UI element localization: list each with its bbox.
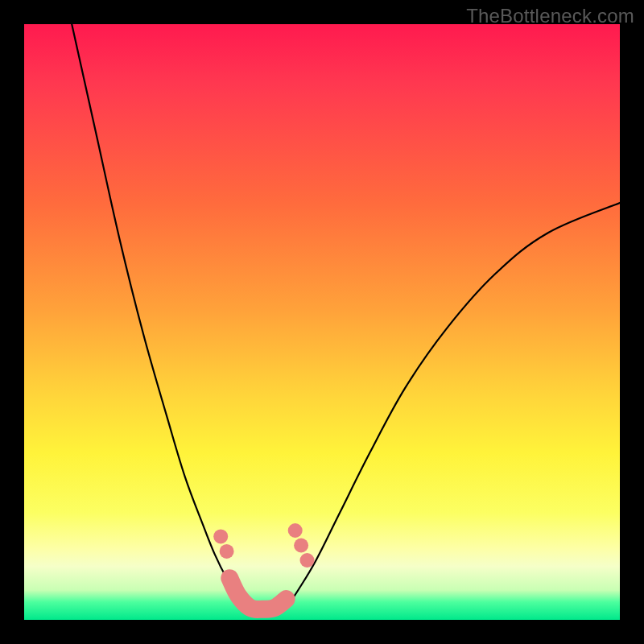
markers-group — [213, 523, 314, 568]
left-curve — [72, 24, 250, 608]
data-marker — [300, 553, 315, 568]
data-marker — [220, 544, 234, 559]
data-marker — [288, 523, 303, 538]
right-curve — [287, 203, 620, 608]
plot-area — [24, 24, 620, 620]
chart-frame: TheBottleneck.com — [0, 0, 644, 644]
curves-svg — [24, 24, 620, 620]
valley-floor-highlight — [229, 578, 286, 609]
data-marker — [294, 539, 308, 553]
data-marker — [213, 529, 228, 543]
